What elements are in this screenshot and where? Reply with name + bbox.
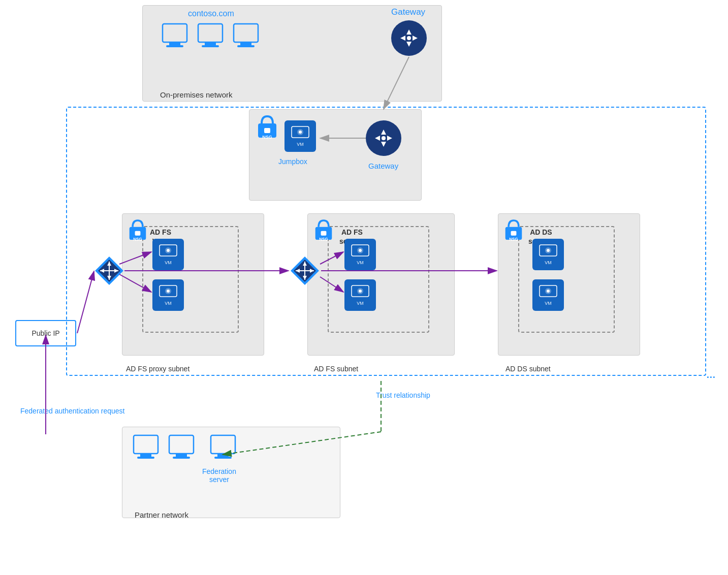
azure-gateway-icon bbox=[366, 120, 401, 156]
federation-server-monitor bbox=[208, 434, 238, 465]
svg-point-35 bbox=[167, 290, 170, 293]
svg-rect-28 bbox=[135, 231, 141, 236]
svg-rect-1 bbox=[169, 42, 180, 45]
trust-label: Trust relationship bbox=[376, 391, 430, 399]
svg-rect-6 bbox=[234, 24, 258, 42]
public-ip-box: Public IP bbox=[15, 320, 76, 346]
svg-rect-74 bbox=[169, 435, 194, 454]
federated-auth-label: Federated authentication request bbox=[20, 406, 124, 417]
svg-rect-71 bbox=[134, 435, 158, 454]
svg-point-50 bbox=[547, 249, 550, 252]
contoso-label: contoso.com bbox=[188, 9, 234, 18]
onprem-label: On-premises network bbox=[160, 90, 233, 99]
svg-point-44 bbox=[359, 290, 362, 293]
adfs-vm-1: VM bbox=[344, 239, 376, 270]
lb-adfs-proxy bbox=[94, 255, 124, 286]
svg-rect-0 bbox=[163, 24, 187, 42]
diagram: On-premises network contoso.com Gateway bbox=[0, 0, 728, 575]
lb-adfs bbox=[290, 255, 320, 286]
svg-rect-3 bbox=[198, 24, 223, 42]
nsg-adfs: NSG bbox=[314, 218, 333, 244]
svg-point-20 bbox=[299, 131, 302, 134]
svg-rect-76 bbox=[173, 457, 190, 459]
nsg-adfs-proxy: NSG bbox=[128, 218, 147, 244]
svg-rect-79 bbox=[214, 457, 232, 459]
jumpbox-vm-icon: VM bbox=[284, 120, 316, 152]
svg-point-14 bbox=[407, 36, 411, 40]
adfs-subnet-label: AD FS subnet bbox=[314, 365, 358, 373]
adfs-proxy-vm-2: VM bbox=[152, 279, 184, 311]
nsg-gateway: NSG bbox=[257, 114, 278, 142]
onprem-network-box bbox=[142, 5, 442, 102]
adfs-proxy-vm-1: VM bbox=[152, 239, 184, 270]
jumpbox-label: Jumpbox bbox=[278, 157, 307, 166]
azure-gateway-label: Gateway bbox=[368, 162, 398, 170]
onprem-gateway-icon bbox=[391, 20, 427, 56]
partner-monitor-2 bbox=[167, 434, 196, 465]
svg-rect-75 bbox=[176, 454, 187, 457]
svg-rect-8 bbox=[237, 45, 255, 47]
adds-vm-2: VM bbox=[532, 279, 564, 311]
onprem-gateway-label: Gateway bbox=[391, 7, 425, 17]
onprem-monitor-1 bbox=[160, 23, 189, 53]
adfs-proxy-subnet-label: AD FS proxy subnet bbox=[126, 365, 189, 373]
adfs-vm-2: VM bbox=[344, 279, 376, 311]
svg-point-26 bbox=[382, 136, 386, 140]
onprem-monitor-2 bbox=[196, 23, 225, 53]
public-ip-label: Public IP bbox=[31, 329, 59, 337]
svg-rect-7 bbox=[240, 42, 251, 45]
partner-monitor-1 bbox=[131, 434, 161, 465]
federation-server-label: Federationserver bbox=[202, 467, 236, 484]
onprem-monitor-3 bbox=[231, 23, 261, 53]
svg-point-53 bbox=[547, 290, 550, 293]
svg-rect-73 bbox=[137, 457, 154, 459]
svg-rect-78 bbox=[217, 454, 229, 457]
partner-label: Partner network bbox=[135, 510, 188, 519]
adds-vm-1: VM bbox=[532, 239, 564, 270]
svg-point-41 bbox=[359, 249, 362, 252]
svg-rect-16 bbox=[264, 128, 270, 133]
svg-rect-46 bbox=[511, 231, 517, 236]
svg-rect-2 bbox=[166, 45, 183, 47]
svg-text:NSG: NSG bbox=[509, 237, 518, 242]
svg-rect-37 bbox=[321, 231, 327, 236]
svg-rect-72 bbox=[140, 454, 151, 457]
svg-rect-77 bbox=[211, 435, 235, 454]
svg-text:NSG: NSG bbox=[319, 237, 328, 242]
svg-rect-5 bbox=[202, 45, 219, 47]
svg-text:NSG: NSG bbox=[133, 237, 142, 242]
svg-rect-4 bbox=[205, 42, 216, 45]
adds-subnet-label: AD DS subnet bbox=[505, 365, 551, 373]
nsg-adds: NSG bbox=[504, 218, 523, 244]
svg-text:⋯: ⋯ bbox=[706, 372, 715, 382]
svg-point-32 bbox=[167, 249, 170, 252]
svg-text:NSG: NSG bbox=[262, 135, 272, 140]
